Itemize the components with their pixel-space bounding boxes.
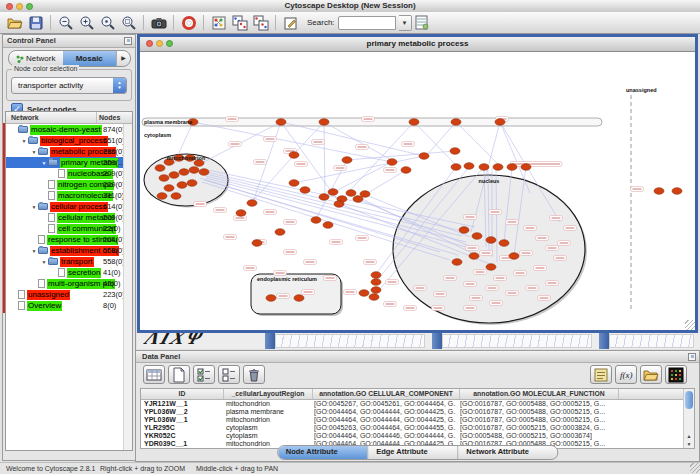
network-node[interactable] [289, 180, 299, 187]
vizmapper-icon[interactable] [208, 13, 229, 32]
network-node[interactable] [409, 119, 419, 126]
resize-grip[interactable] [690, 463, 700, 473]
tree-row[interactable]: ▼transport558(0) [6, 256, 132, 267]
tab-mosaic[interactable]: Mosaic [63, 51, 117, 66]
network-node[interactable] [387, 159, 397, 166]
network-node[interactable] [266, 295, 276, 302]
network-node[interactable] [486, 264, 496, 271]
network-node[interactable] [479, 164, 489, 171]
network-node[interactable] [171, 193, 181, 200]
network-node[interactable] [289, 152, 299, 159]
table-row[interactable]: YLR295Ccytoplasm[GO:0045263, GO:0044464,… [141, 424, 694, 432]
import-table-icon[interactable] [250, 13, 271, 32]
tree-row[interactable]: multi-organism pro42(0) [6, 278, 132, 289]
network-node[interactable] [199, 169, 209, 176]
tab-overflow-arrow-icon[interactable]: ▶ [116, 51, 130, 66]
background-window-edge[interactable] [432, 333, 442, 349]
network-node[interactable] [159, 175, 169, 182]
window-resize-grip[interactable] [685, 320, 695, 330]
zoom-in-icon[interactable] [76, 13, 97, 32]
network-node[interactable] [319, 194, 329, 201]
new-attribute-icon[interactable] [168, 365, 190, 384]
tree-row[interactable]: secretion41(0) [6, 267, 132, 278]
tree-row[interactable]: ▼metabolic process280(0) [6, 146, 132, 157]
delete-attribute-icon[interactable] [243, 365, 265, 384]
table-scrollbar-arrows[interactable]: ▲▼ [684, 432, 694, 448]
import-network-icon[interactable] [229, 13, 250, 32]
network-node[interactable] [311, 217, 321, 224]
network-node[interactable] [323, 222, 333, 229]
background-window-edge[interactable] [265, 333, 275, 349]
network-node[interactable] [459, 227, 469, 234]
tree-column-network[interactable]: Network [6, 112, 97, 123]
color-attribute-select[interactable]: transporter activity ▲▼ [11, 77, 127, 94]
network-node[interactable] [157, 193, 167, 200]
tree-row[interactable]: ▼biological_process651(0) [6, 135, 132, 146]
tree-row[interactable]: nitrogen compo209(0) [6, 179, 132, 190]
tree-row[interactable]: macromolecule311(0) [6, 190, 132, 201]
network-edge[interactable] [456, 122, 500, 166]
mitochondrion-region[interactable] [144, 154, 228, 206]
background-window-edge[interactable] [599, 333, 609, 349]
network-node[interactable] [469, 253, 479, 260]
tree-column-nodes[interactable]: Nodes [97, 112, 132, 123]
tree-row[interactable]: response to stimulu264(0) [6, 234, 132, 245]
network-node[interactable] [499, 240, 509, 247]
network-node[interactable] [155, 165, 165, 172]
network-node[interactable] [179, 169, 189, 176]
network-node[interactable] [342, 157, 352, 164]
network-node[interactable] [359, 290, 369, 297]
network-node[interactable] [346, 190, 356, 197]
tree-row[interactable]: mosaic-demo-yeast874(0) [6, 124, 132, 135]
table-column-header[interactable]: annotation.GO CELLULAR_COMPONENT [313, 389, 460, 399]
table-column-header[interactable]: annotation.GO MOLECULAR_FUNCTION [460, 389, 619, 399]
tree-expander-icon[interactable]: ▼ [40, 259, 48, 265]
table-row[interactable]: YPL036W__2plasma membrane[GO:0044464, GO… [141, 408, 694, 416]
tree-expander-icon[interactable]: ▼ [20, 138, 28, 144]
search-input[interactable] [338, 16, 396, 30]
network-window-titlebar[interactable]: primary metabolic process [140, 37, 695, 52]
network-node[interactable] [451, 119, 461, 126]
network-node[interactable] [464, 163, 474, 170]
network-node[interactable] [360, 191, 370, 198]
tab-network[interactable]: Network [9, 51, 63, 66]
tree-row[interactable]: unassigned223(0) [6, 289, 132, 300]
attribute-matrix-icon[interactable] [665, 365, 687, 384]
network-node[interactable] [275, 229, 285, 236]
table-row[interactable]: YKR052Ccytoplasm[GO:0044464, GO:0044446,… [141, 432, 694, 440]
network-node[interactable] [654, 188, 664, 195]
save-icon[interactable] [25, 13, 46, 32]
network-node[interactable] [328, 189, 338, 196]
network-node[interactable] [164, 185, 174, 192]
network-node[interactable] [450, 148, 460, 155]
network-node[interactable] [177, 182, 187, 189]
network-node[interactable] [294, 295, 304, 302]
table-scrollbar-thumb[interactable] [685, 391, 693, 409]
network-canvas[interactable]: plasma membranecytoplasmmitochondrionnuc… [140, 52, 695, 330]
search-dropdown-arrow-icon[interactable]: ▼ [399, 15, 412, 31]
network-node[interactable] [189, 167, 199, 174]
network-node[interactable] [247, 200, 257, 207]
zoom-out-icon[interactable] [55, 13, 76, 32]
table-scrollbar[interactable]: ▲▼ [683, 389, 694, 448]
function-builder-icon[interactable]: f(x) [615, 365, 637, 384]
network-node[interactable] [369, 294, 379, 301]
network-edge[interactable] [324, 122, 325, 196]
help-icon[interactable] [178, 13, 199, 32]
open-folder-icon[interactable] [4, 13, 25, 32]
network-node[interactable] [419, 153, 429, 160]
tab-node-attribute-browser[interactable]: Node Attribute Browser [278, 446, 368, 459]
float-panel-icon[interactable] [124, 37, 132, 45]
background-window[interactable] [442, 334, 592, 348]
tree-scrollbar[interactable] [123, 124, 132, 450]
network-node[interactable] [371, 287, 381, 294]
tree-row[interactable]: ▼primary metabo209(... [6, 157, 132, 168]
attribute-browser-icon[interactable] [412, 13, 433, 32]
snapshot-icon[interactable] [148, 13, 169, 32]
attribute-grid-icon[interactable] [143, 365, 165, 384]
tree-row[interactable]: cell communicat22(0) [6, 223, 132, 234]
network-node[interactable] [276, 119, 286, 126]
background-window[interactable] [275, 334, 425, 348]
tree-row[interactable]: nucleobase-209(0) [6, 168, 132, 179]
network-node[interactable] [401, 167, 411, 174]
